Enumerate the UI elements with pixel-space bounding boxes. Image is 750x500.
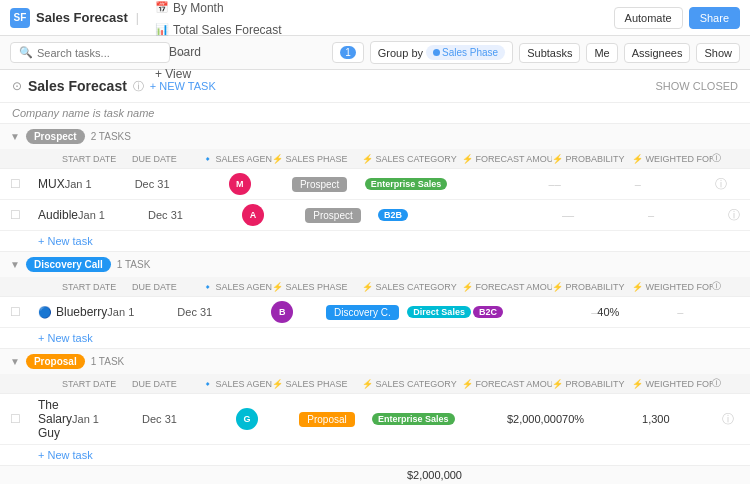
row-start-date[interactable]: Jan 1 [65, 178, 135, 190]
row-task-name[interactable]: MUX [38, 177, 65, 191]
col-header-due-date[interactable]: DUE DATE [132, 282, 202, 292]
row-task-name[interactable]: Audible [38, 208, 78, 222]
row-probability[interactable]: – [555, 178, 635, 190]
more-options-icon[interactable]: ··· [178, 45, 190, 61]
show-label: Show [704, 47, 732, 59]
row-weighted-forecast[interactable]: – [677, 306, 750, 318]
show-closed-button[interactable]: SHOW CLOSED [655, 80, 738, 92]
row-sales-category[interactable]: Enterprise Sales [365, 178, 465, 190]
add-task-row-proposal[interactable]: + New task [0, 445, 750, 465]
row-start-date[interactable]: Jan 1 [107, 306, 177, 318]
search-input[interactable] [37, 47, 161, 59]
nav-tab-total-sales-forecast[interactable]: 📊Total Sales Forecast [147, 19, 297, 41]
subtitle: Company name is task name [0, 103, 750, 124]
row-forecast-amount[interactable]: $2,000,000 [472, 413, 562, 425]
row-due-date[interactable]: Dec 31 [135, 178, 205, 190]
row-sales-category[interactable]: B2B [378, 209, 478, 221]
row-task-name[interactable]: The Salary Guy [38, 398, 72, 440]
filter-count-button[interactable]: 1 [332, 42, 364, 63]
row-agent: A [218, 204, 288, 226]
row-info-icon[interactable]: ⓘ [722, 411, 750, 428]
row-probability[interactable]: 70% [562, 413, 642, 425]
search-box: 🔍 [10, 42, 170, 63]
row-info-icon[interactable]: ⓘ [715, 176, 743, 193]
me-button[interactable]: Me [586, 43, 617, 63]
col-header--sales-agent[interactable]: 🔹 SALES AGENT [202, 282, 272, 292]
row-checkbox[interactable]: ☐ [10, 412, 38, 426]
row-sales-phase[interactable]: Proposal [282, 412, 372, 427]
row-weighted-forecast[interactable]: – [648, 209, 728, 221]
row-sales-phase[interactable]: Prospect [288, 208, 378, 223]
col-header--sales-agent[interactable]: 🔹 SALES AGENT [202, 154, 272, 164]
show-button[interactable]: Show [696, 43, 740, 63]
row-emoji: 🔵 [38, 306, 52, 319]
col-header--forecast-amount[interactable]: ⚡ FORECAST AMOUNT [462, 282, 552, 292]
col-header--forecast-amount[interactable]: ⚡ FORECAST AMOUNT [462, 379, 552, 389]
row-due-date[interactable]: Dec 31 [177, 306, 247, 318]
add-task-row-prospect[interactable]: + New task [0, 231, 750, 251]
col-header--weighted-forecast[interactable]: ⚡ WEIGHTED FORECAST [632, 154, 712, 164]
row-due-date[interactable]: Dec 31 [142, 413, 212, 425]
row-start-date[interactable]: Jan 1 [78, 209, 148, 221]
row-due-date[interactable]: Dec 31 [148, 209, 218, 221]
automate-button[interactable]: Automate [614, 7, 683, 29]
group-count-proposal: 1 TASK [91, 356, 125, 367]
by-month-label: By Month [173, 1, 224, 15]
row-forecast-amount[interactable]: – [507, 306, 597, 318]
row-forecast-amount[interactable]: – [465, 178, 555, 190]
col-header-start-date[interactable]: START DATE [62, 379, 132, 389]
group-collapse-icon-prospect[interactable]: ▼ [10, 131, 20, 142]
row-sales-category[interactable]: Direct SalesB2C [407, 306, 507, 318]
col-header--sales-category[interactable]: ⚡ SALES CATEGORY [362, 379, 462, 389]
nav-tab-by-month[interactable]: 📅By Month [147, 0, 297, 19]
col-header--forecast-amount[interactable]: ⚡ FORECAST AMOUNT [462, 154, 552, 164]
col-header--weighted-forecast[interactable]: ⚡ WEIGHTED FORECAST [632, 282, 712, 292]
col-header--probability[interactable]: ⚡ PROBABILITY [552, 379, 632, 389]
col-header--weighted-forecast[interactable]: ⚡ WEIGHTED FORECAST [632, 379, 712, 389]
row-probability[interactable]: 40% [597, 306, 677, 318]
column-headers: START DATEDUE DATE🔹 SALES AGENT⚡ SALES P… [0, 374, 750, 394]
row-probability[interactable]: – [568, 209, 648, 221]
row-sales-phase[interactable]: Prospect [275, 177, 365, 192]
row-start-date[interactable]: Jan 1 [72, 413, 142, 425]
row-sales-phase[interactable]: Discovery C. [317, 305, 407, 320]
group-collapse-icon-discovery[interactable]: ▼ [10, 259, 20, 270]
add-task-row-discovery[interactable]: + New task [0, 328, 750, 348]
by-month-icon: 📅 [155, 1, 169, 14]
col-header-start-date[interactable]: START DATE [62, 282, 132, 292]
row-checkbox[interactable]: ☐ [10, 208, 38, 222]
row-info-icon[interactable]: ⓘ [728, 207, 750, 224]
row-checkbox[interactable]: ☐ [10, 177, 38, 191]
col-header--probability[interactable]: ⚡ PROBABILITY [552, 154, 632, 164]
col-header--sales-phase[interactable]: ⚡ SALES PHASE [272, 282, 362, 292]
group-header-discovery[interactable]: ▼Discovery Call1 TASK [0, 252, 750, 277]
new-task-button[interactable]: + NEW TASK [150, 80, 216, 92]
col-header-start-date[interactable]: START DATE [62, 154, 132, 164]
collapse-icon[interactable]: ⊙ [12, 79, 22, 93]
col-header--sales-category[interactable]: ⚡ SALES CATEGORY [362, 282, 462, 292]
col-header-due-date[interactable]: DUE DATE [132, 379, 202, 389]
col-header-due-date[interactable]: DUE DATE [132, 154, 202, 164]
col-header--probability[interactable]: ⚡ PROBABILITY [552, 282, 632, 292]
group-header-prospect[interactable]: ▼Prospect2 TASKS [0, 124, 750, 149]
col-header--sales-phase[interactable]: ⚡ SALES PHASE [272, 154, 362, 164]
share-button[interactable]: Share [689, 7, 740, 29]
row-weighted-forecast[interactable]: – [635, 178, 715, 190]
col-header--sales-category[interactable]: ⚡ SALES CATEGORY [362, 154, 462, 164]
row-sales-category[interactable]: Enterprise Sales [372, 413, 472, 425]
phase-badge: Prospect [305, 208, 360, 223]
row-weighted-forecast[interactable]: 1,300 [642, 413, 722, 425]
group-by-button[interactable]: Group by Sales Phase [370, 41, 513, 64]
group-section-prospect: ▼Prospect2 TASKSSTART DATEDUE DATE🔹 SALE… [0, 124, 750, 252]
row-task-name[interactable]: 🔵Blueberry [38, 305, 107, 319]
assignees-button[interactable]: Assignees [624, 43, 691, 63]
row-checkbox[interactable]: ☐ [10, 305, 38, 319]
info-icon[interactable]: ⓘ [133, 79, 144, 94]
group-collapse-icon-proposal[interactable]: ▼ [10, 356, 20, 367]
avatar: B [271, 301, 293, 323]
group-header-proposal[interactable]: ▼Proposal1 TASK [0, 349, 750, 374]
col-header--sales-agent[interactable]: 🔹 SALES AGENT [202, 379, 272, 389]
subtasks-button[interactable]: Subtasks [519, 43, 580, 63]
row-forecast-amount[interactable]: – [478, 209, 568, 221]
col-header--sales-phase[interactable]: ⚡ SALES PHASE [272, 379, 362, 389]
